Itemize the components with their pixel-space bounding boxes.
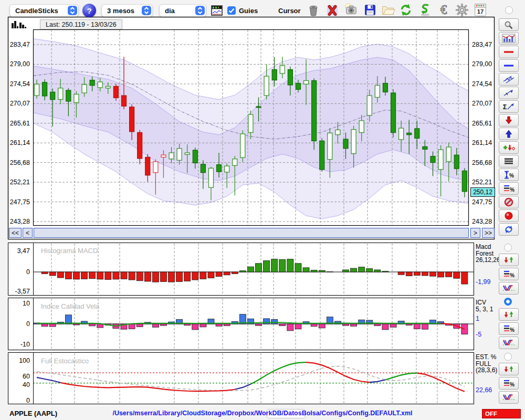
candle-body (264, 76, 269, 96)
period-select[interactable]: 3 mesos (101, 4, 153, 17)
vertical-range-button[interactable]: % (499, 169, 519, 181)
panels-view-button[interactable] (499, 32, 519, 45)
candle-body (454, 155, 459, 169)
y-axis-tick-right: 256,68 (472, 159, 492, 166)
icv-bar (73, 324, 79, 325)
icv-bar (287, 324, 293, 331)
mini-chart-window-button[interactable] (211, 5, 223, 18)
icv-bar (152, 324, 159, 327)
icv-bar (65, 315, 71, 324)
calendar-button[interactable]: 17 (472, 2, 488, 18)
macd-bar (295, 264, 301, 272)
levels-button[interactable] (499, 155, 519, 167)
interval-value: dia (165, 7, 175, 15)
macd-bar (351, 268, 357, 272)
disable-button[interactable] (499, 196, 519, 208)
macd-bar (271, 259, 278, 272)
candle-body (272, 70, 277, 80)
macd-signals-button[interactable] (499, 254, 519, 266)
currency-button[interactable]: € (436, 2, 452, 18)
settings-button[interactable] (454, 2, 470, 18)
help-button[interactable]: ? (82, 4, 96, 17)
macd-bar (169, 272, 175, 282)
lines-percent-icon: % (502, 269, 515, 279)
candle-body (248, 114, 253, 132)
add-signal-button[interactable] (499, 141, 519, 154)
off-button[interactable]: OFF (482, 409, 521, 418)
macd-bar (105, 272, 111, 280)
candle-body (312, 81, 317, 141)
record-button[interactable] (499, 209, 519, 222)
delete-button[interactable] (324, 2, 340, 18)
candle-body (240, 134, 245, 158)
candle-body (233, 159, 237, 166)
macd-radio[interactable] (504, 244, 512, 251)
icv-radio[interactable] (504, 298, 512, 306)
interval-select[interactable]: dia (159, 4, 206, 17)
stoch-percent-button[interactable]: % (499, 377, 519, 390)
last-price-label: Last: 250.119 - 13/03/26 (40, 19, 122, 29)
icv-bar (136, 324, 143, 327)
snapshot-button[interactable] (343, 2, 359, 18)
icv-signals-button[interactable] (499, 308, 519, 321)
y-axis-tick: 243,28 (10, 218, 30, 225)
macd-bar (152, 272, 159, 282)
down-up-arrows-icon (502, 256, 515, 264)
candle-body (113, 86, 118, 98)
candle-body (430, 156, 435, 163)
open-button[interactable] (380, 2, 396, 18)
channel-tool-button[interactable] (499, 73, 519, 86)
candle-body (58, 88, 63, 100)
candle-body (82, 85, 87, 93)
macd-bar (192, 272, 198, 280)
refresh-button[interactable] (417, 2, 433, 18)
toolbar-radio[interactable] (505, 6, 513, 14)
macd-percent-button[interactable]: % (499, 268, 519, 280)
reload-button[interactable] (499, 223, 519, 236)
curves-icon (502, 393, 516, 402)
y-axis-tick-right: 270,07 (472, 100, 492, 107)
scroll-left-button[interactable]: < (23, 228, 33, 238)
stoch-tick: 100 (19, 357, 30, 364)
scroll-fast-right-button[interactable]: >> (482, 228, 495, 238)
check-icon (227, 6, 236, 15)
icv-percent-button[interactable]: % (499, 322, 519, 335)
candle-body (130, 107, 134, 132)
buy-arrow-button[interactable] (499, 128, 519, 140)
indicator-chart-icon (502, 34, 516, 43)
stoch-curve-button[interactable] (499, 391, 519, 404)
macd-curve-button[interactable] (499, 282, 519, 295)
chart-type-select[interactable]: CandleSticks (9, 4, 79, 17)
y-axis-tick: 270,07 (10, 100, 30, 107)
y-axis-tick: 252,21 (10, 178, 30, 186)
red-hline-tool-button[interactable] (499, 46, 519, 58)
y-axis-tick-right: 252,21 (472, 178, 492, 186)
macd-bar (41, 272, 48, 274)
macd-bar (366, 269, 373, 272)
zoom-tool-button[interactable] (499, 18, 519, 31)
sync-button[interactable] (398, 2, 414, 18)
sell-arrow-button[interactable] (499, 114, 519, 127)
svg-text:Σ: Σ (503, 103, 507, 111)
trash-button[interactable] (306, 2, 321, 18)
stoch-radio[interactable] (504, 353, 512, 361)
icv-tick: 10 (23, 300, 30, 307)
macd-bar (446, 272, 452, 277)
save-button[interactable] (362, 2, 378, 18)
down-up-arrows-icon (502, 365, 515, 373)
scroll-right-button[interactable]: > (470, 228, 480, 238)
candle-body (50, 92, 55, 99)
icv-curve-button[interactable] (499, 337, 519, 349)
percent-lines-button[interactable]: % (499, 182, 519, 195)
stoch-signals-button[interactable] (499, 363, 519, 375)
sum-trendline-tool-button[interactable]: Σ (499, 100, 519, 113)
candle-body (446, 147, 451, 162)
guies-checkbox[interactable] (227, 6, 236, 15)
candle-body (106, 86, 110, 88)
scroll-fast-left-button[interactable]: << (9, 228, 22, 238)
candle-body (335, 130, 340, 134)
blue-hline-tool-button[interactable] (499, 59, 519, 72)
trendline-tool-button[interactable] (499, 87, 519, 99)
candle-body (415, 129, 419, 138)
date-axis-strip[interactable] (34, 228, 469, 238)
